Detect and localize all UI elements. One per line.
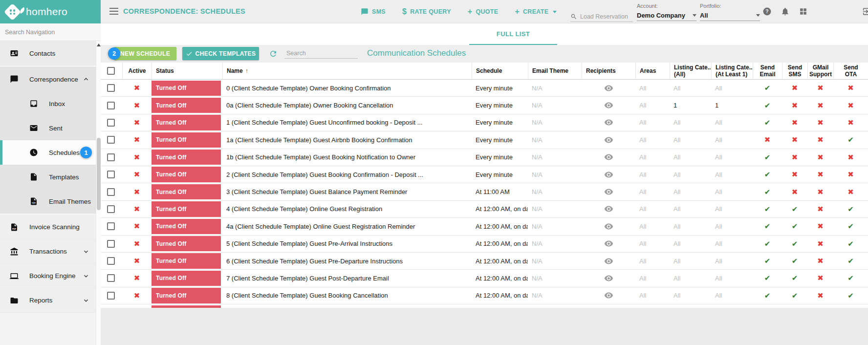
topbar-action-quote[interactable]: +QUOTE [468,8,499,16]
active-cell: ✖ [122,118,152,127]
table-row[interactable]: ✖Turned Off2 (Client Schedule Template) … [101,166,868,183]
header-send-sms[interactable]: SendSMS [782,63,807,79]
header-recipients[interactable]: Recipients [582,63,635,79]
sidebar-item-email-themes[interactable]: </>Email Themes [0,189,96,214]
visibility-eye-icon[interactable] [604,187,613,196]
status-cell: Turned Off [152,183,222,200]
sidebar-item-contacts[interactable]: Contacts [0,41,96,65]
row-checkbox[interactable] [107,153,115,161]
table-row[interactable]: ✖Turned Off4a (Client Schedule Template)… [101,218,868,235]
contacts-icon [10,49,19,58]
visibility-eye-icon[interactable] [604,152,613,162]
areas-cell: All [635,292,670,299]
table-row[interactable]: ✖Turned Off3 (Client Schedule Template) … [101,183,868,200]
visibility-eye-icon[interactable] [604,222,613,231]
topbar-action-sms[interactable]: SMS [361,8,386,16]
sidebar-item-templates[interactable]: Templates [0,165,96,189]
header-listing-categories-all[interactable]: Listing Cate...(All) [670,63,711,79]
header-send-ota[interactable]: SendOTA [833,63,868,79]
header-schedule[interactable]: Schedule [472,63,528,79]
apps-grid-icon[interactable] [799,7,808,16]
select-all-checkbox[interactable] [107,67,115,75]
visibility-eye-icon[interactable] [604,239,613,248]
row-checkbox[interactable] [107,119,115,127]
header-listing-categories-at-least-1[interactable]: Listing Cate...(At Least 1) [711,63,753,79]
row-checkbox[interactable] [107,274,115,282]
active-cross-icon: ✖ [134,84,140,92]
name-cell: 2 (Client Schedule Template) Guest Booki… [222,171,472,178]
cross-icon: ✖ [817,118,824,127]
visibility-eye-icon[interactable] [604,118,613,127]
header-send-email[interactable]: SendEmail [753,63,782,79]
email-theme-cell: N/A [528,275,582,282]
row-checkbox[interactable] [107,171,115,178]
visibility-eye-icon[interactable] [604,84,613,93]
sidebar-item-inbox[interactable]: Inbox [0,91,96,116]
table-row[interactable]: ✖Turned Off8 (Client Schedule Template) … [101,287,868,304]
cross-icon: ✖ [847,153,854,161]
row-checkbox[interactable] [107,205,115,213]
row-checkbox[interactable] [107,257,115,265]
portfolio-select[interactable]: All [700,10,760,21]
hamburger-menu-icon[interactable] [109,8,118,17]
table-row[interactable]: ✖Turned Off0 (Client Schedule Template) … [101,80,868,97]
row-checkbox[interactable] [107,292,115,300]
sidebar-item-invoice-scanning[interactable]: PDFInvoice Scanning [0,215,96,239]
row-checkbox[interactable] [107,222,115,230]
logout-icon[interactable] [861,7,868,16]
visibility-eye-icon[interactable] [604,135,613,145]
visibility-eye-icon[interactable] [604,257,613,266]
sidebar-item-reports[interactable]: Reports [0,288,96,313]
row-checkbox[interactable] [107,136,115,144]
visibility-eye-icon[interactable] [604,291,613,300]
header-email-theme[interactable]: Email Theme [528,63,582,79]
topbar-action-create[interactable]: +CREATE [515,8,557,16]
sidebar-item-booking-engine[interactable]: Booking Engine [0,264,96,288]
table-row[interactable]: ✖Turned Off1 (Client Schedule Template) … [101,114,868,131]
table-row[interactable]: ✖Turned Off7 (Client Schedule Template) … [101,270,868,287]
sidebar-item-correspondence[interactable]: Correspondence [0,67,96,91]
table-row[interactable]: ✖Turned Off6 (Client Schedule Template) … [101,253,868,270]
scrollbar-thumb[interactable] [97,138,101,210]
flag-cell: ✔ [753,274,782,282]
header-gmail-support[interactable]: GMailSupport [807,63,833,79]
table-header-row: Active Status Name ↑ Schedule Email Them… [101,63,868,80]
table-row[interactable]: ✖Turned Off1a (Client Schedule Template)… [101,131,868,149]
account-select[interactable]: Demo Company [637,10,696,21]
refresh-icon[interactable] [269,49,278,58]
load-reservation-input[interactable] [579,13,631,21]
table-search-input[interactable] [284,49,358,57]
visibility-eye-icon[interactable] [604,274,613,283]
check-templates-button[interactable]: CHECK TEMPLATES [182,47,259,60]
header-status[interactable]: Status [152,63,222,79]
visibility-eye-icon[interactable] [604,101,613,110]
visibility-eye-icon[interactable] [604,204,613,214]
row-checkbox[interactable] [107,240,115,248]
table-row[interactable]: ✖Turned Off5 (Client Schedule Template) … [101,236,868,253]
row-checkbox[interactable] [107,188,115,196]
scroll-up-arrow-icon[interactable] [97,43,101,46]
header-active[interactable]: Active [122,63,152,79]
row-checkbox[interactable] [107,102,115,109]
sidebar-item-sent[interactable]: Sent [0,116,96,140]
table-row[interactable]: ✖Turned Off0a (Client Schedule Template)… [101,97,868,114]
table-row[interactable]: ✖Turned Off1b (Client Schedule Template)… [101,149,868,166]
header-name[interactable]: Name ↑ [222,63,472,79]
sidebar-item-schedules[interactable]: Schedules1 [0,140,96,165]
tab-full-list[interactable]: FULL LIST [469,23,557,45]
check-icon: ✔ [847,135,854,144]
sidebar-scrollbar[interactable] [96,41,101,345]
name-cell: 5 (Client Schedule Template) Guest Pre-A… [222,240,472,247]
recipients-cell [582,170,635,179]
new-schedule-button[interactable]: NEW SCHEDULE [114,47,176,60]
sidebar-search-input[interactable] [0,28,86,36]
cross-icon: ✖ [817,274,824,282]
help-icon[interactable]: ? [762,7,772,16]
sidebar-item-transactions[interactable]: Transactions [0,239,96,264]
row-checkbox[interactable] [107,84,115,92]
table-row[interactable]: ✖Turned Off4 (Client Schedule Template) … [101,201,868,218]
notifications-bell-icon[interactable] [781,7,790,16]
topbar-action-rate-query[interactable]: $RATE QUERY [402,8,451,16]
visibility-eye-icon[interactable] [604,170,613,179]
header-areas[interactable]: Areas [635,63,670,79]
